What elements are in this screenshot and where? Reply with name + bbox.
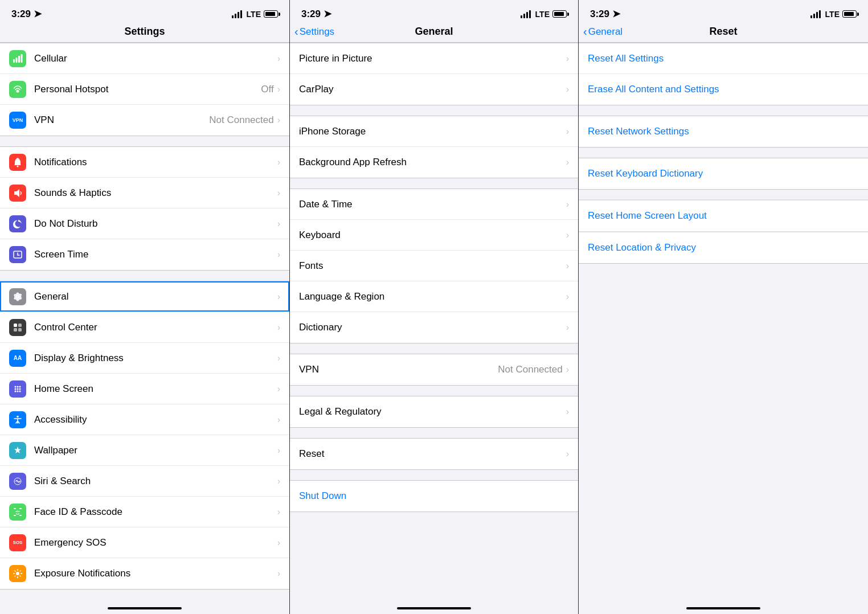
battery-icon-3 (842, 10, 857, 18)
chevron-dictionary: › (566, 322, 569, 333)
home-indicator-2 (397, 607, 471, 609)
item-screentime[interactable]: Screen Time › (0, 239, 289, 270)
item-legal[interactable]: Legal & Regulatory › (290, 396, 578, 427)
item-display[interactable]: AA Display & Brightness › (0, 343, 289, 374)
language-label: Language & Region (299, 291, 566, 302)
item-siri[interactable]: Siri & Search › (0, 466, 289, 497)
chevron-reset: › (566, 449, 569, 459)
svg-point-12 (15, 386, 17, 387)
pip-label: Picture in Picture (299, 53, 566, 64)
item-hotspot[interactable]: Personal Hotspot Off › (0, 74, 289, 105)
display-icon: AA (9, 350, 26, 367)
svg-rect-0 (13, 59, 15, 63)
notifications-icon (9, 154, 26, 171)
bg-refresh-label: Background App Refresh (299, 157, 566, 168)
svg-point-5 (17, 165, 19, 167)
status-bar-1: 3:29 ➤ LTE (0, 0, 289, 23)
item-vpn-general[interactable]: VPN Not Connected › (290, 354, 578, 385)
item-language[interactable]: Language & Region › (290, 281, 578, 312)
section-reset-location: Reset Location & Privacy (579, 232, 868, 264)
chevron-controlcenter: › (277, 322, 280, 333)
storage-label: iPhone Storage (299, 126, 566, 137)
chevron-screentime: › (277, 249, 280, 260)
item-reset-network[interactable]: Reset Network Settings (579, 116, 868, 147)
vpn-value: Not Connected (209, 114, 273, 126)
accessibility-icon (9, 411, 26, 428)
item-sos[interactable]: SOS Emergency SOS › (0, 527, 289, 558)
back-label-2: Settings (300, 26, 334, 38)
datetime-label: Date & Time (299, 199, 566, 210)
svg-rect-10 (14, 328, 17, 331)
item-reset-all-settings[interactable]: Reset All Settings (579, 43, 868, 74)
back-button-general[interactable]: ‹ Settings (294, 25, 334, 38)
legal-label: Legal & Regulatory (299, 406, 566, 417)
chevron-vpn-general: › (566, 365, 569, 375)
section-general-group: General › Control Center › AA (0, 281, 289, 590)
reset-list[interactable]: Reset All Settings Erase All Content and… (579, 43, 868, 604)
item-controlcenter[interactable]: Control Center › (0, 312, 289, 343)
item-fonts[interactable]: Fonts › (290, 251, 578, 281)
item-homescreen[interactable]: Home Screen › (0, 374, 289, 404)
exposure-icon (9, 565, 26, 582)
item-shutdown[interactable]: Shut Down (290, 481, 578, 511)
item-sounds[interactable]: Sounds & Haptics › (0, 178, 289, 208)
item-pip[interactable]: Picture in Picture › (290, 43, 578, 74)
siri-icon (9, 473, 26, 490)
nav-header-1: Settings (0, 23, 289, 43)
item-dictionary[interactable]: Dictionary › (290, 312, 578, 343)
section-reset-homescreen: Reset Home Screen Layout (579, 200, 868, 232)
chevron-faceid: › (277, 507, 280, 517)
svg-rect-11 (18, 328, 22, 331)
chevron-wallpaper: › (277, 445, 280, 456)
item-notifications[interactable]: Notifications › (0, 147, 289, 178)
item-erase-all[interactable]: Erase All Content and Settings (579, 74, 868, 105)
chevron-notifications: › (277, 157, 280, 167)
controlcenter-label: Control Center (34, 322, 277, 333)
general-list[interactable]: Picture in Picture › CarPlay › iPhone St… (290, 43, 578, 604)
cellular-label: Cellular (34, 53, 277, 64)
item-carplay[interactable]: CarPlay › (290, 74, 578, 105)
sounds-label: Sounds & Haptics (34, 187, 277, 199)
svg-rect-1 (16, 58, 18, 63)
settings-list-1[interactable]: Cellular › Personal Hotspot Off › VPN (0, 43, 289, 604)
svg-rect-23 (14, 508, 16, 509)
section-reset-keyboard: Reset Keyboard Dictionary (579, 158, 868, 190)
dictionary-label: Dictionary (299, 322, 566, 333)
hotspot-icon (9, 81, 26, 98)
item-wallpaper[interactable]: Wallpaper › (0, 435, 289, 466)
section-pip: Picture in Picture › CarPlay › (290, 43, 578, 105)
svg-rect-3 (21, 54, 23, 63)
chevron-siri: › (277, 476, 280, 486)
section-datetime: Date & Time › Keyboard › Fonts › Languag… (290, 189, 578, 343)
svg-rect-25 (14, 515, 16, 516)
accessibility-label: Accessibility (34, 414, 277, 425)
item-general[interactable]: General › (0, 281, 289, 312)
back-button-reset[interactable]: ‹ General (583, 25, 623, 38)
keyboard-label: Keyboard (299, 230, 566, 241)
item-reset-location[interactable]: Reset Location & Privacy (579, 232, 868, 263)
item-exposure[interactable]: Exposure Notifications › (0, 558, 289, 589)
screentime-label: Screen Time (34, 249, 277, 260)
signal-icon-1 (232, 10, 242, 18)
reset-label: Reset (299, 448, 566, 460)
cellular-icon (9, 50, 26, 67)
reset-homescreen-label: Reset Home Screen Layout (588, 210, 859, 222)
item-keyboard[interactable]: Keyboard › (290, 220, 578, 251)
reset-panel: 3:29 ➤ LTE ‹ General Reset Reset All Set… (579, 0, 868, 614)
chevron-keyboard: › (566, 230, 569, 240)
item-faceid[interactable]: Face ID & Passcode › (0, 497, 289, 527)
chevron-dnd: › (277, 219, 280, 229)
item-accessibility[interactable]: Accessibility › (0, 404, 289, 435)
item-datetime[interactable]: Date & Time › (290, 189, 578, 220)
chevron-pip: › (566, 54, 569, 64)
item-cellular[interactable]: Cellular › (0, 43, 289, 74)
item-vpn[interactable]: VPN VPN Not Connected › (0, 105, 289, 136)
item-reset[interactable]: Reset › (290, 439, 578, 469)
item-reset-homescreen[interactable]: Reset Home Screen Layout (579, 200, 868, 231)
svg-rect-9 (18, 324, 22, 327)
item-iphone-storage[interactable]: iPhone Storage › (290, 116, 578, 147)
item-background-refresh[interactable]: Background App Refresh › (290, 147, 578, 178)
item-reset-keyboard[interactable]: Reset Keyboard Dictionary (579, 158, 868, 189)
display-label: Display & Brightness (34, 353, 277, 364)
item-dnd[interactable]: Do Not Disturb › (0, 208, 289, 239)
